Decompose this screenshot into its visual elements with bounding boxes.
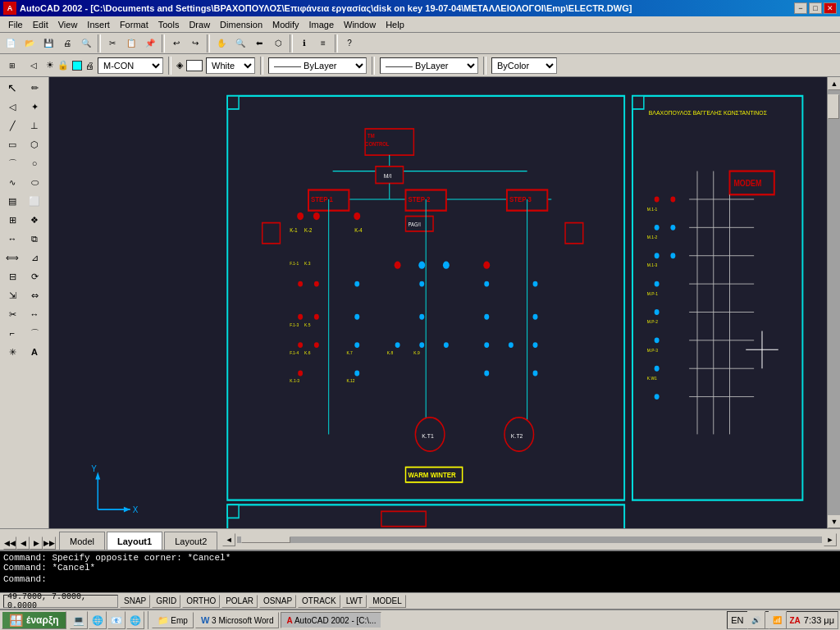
layer-prev-btn[interactable]: ◁: [25, 57, 43, 75]
pan-btn[interactable]: ✋: [212, 34, 231, 52]
close-button[interactable]: ✕: [824, 2, 837, 14]
new-btn[interactable]: 📄: [2, 34, 20, 52]
linetype1-dropdown[interactable]: ——— ByLayer: [268, 57, 367, 74]
circle-tool[interactable]: ○: [24, 154, 45, 172]
menu-dimension[interactable]: Dimension: [215, 18, 267, 31]
line-tool[interactable]: ╱: [2, 116, 23, 135]
explode-tool[interactable]: ✳: [2, 343, 23, 361]
redo-btn[interactable]: ↪: [186, 34, 204, 52]
spline-tool[interactable]: ∿: [2, 173, 23, 191]
tab-scroll-first[interactable]: ◀◀: [3, 536, 16, 550]
help-btn[interactable]: ?: [340, 34, 358, 52]
offset-tool[interactable]: ⊿: [24, 249, 45, 267]
polygon-tool[interactable]: ⬡: [24, 135, 45, 153]
zoom-ext-btn[interactable]: ⬡: [269, 34, 287, 52]
menu-image[interactable]: Image: [304, 18, 339, 31]
paste-btn[interactable]: 📌: [141, 34, 159, 52]
matchprop-btn[interactable]: ≡: [314, 34, 332, 52]
rotate-tool[interactable]: ⟳: [24, 267, 45, 285]
maximize-button[interactable]: □: [809, 2, 822, 14]
scroll-down-btn[interactable]: ▼: [828, 515, 840, 528]
rect-tool[interactable]: ▭: [2, 135, 23, 153]
menu-format[interactable]: Format: [115, 18, 153, 31]
h-scroll-left[interactable]: ◄: [222, 533, 235, 546]
h-scroll-thumb[interactable]: [241, 536, 290, 543]
polyline-tool[interactable]: ✏: [24, 79, 45, 97]
scale-tool[interactable]: ⇲: [2, 286, 23, 304]
layer-name-dropdown[interactable]: M-CON: [98, 57, 163, 74]
xline-tool[interactable]: ✦: [24, 98, 45, 116]
menu-view[interactable]: View: [53, 18, 83, 31]
cut-btn[interactable]: ✂: [103, 34, 121, 52]
open-btn[interactable]: 📂: [21, 34, 39, 52]
region-tool[interactable]: ⬜: [24, 192, 45, 210]
ortho-btn[interactable]: ORTHO: [182, 595, 220, 608]
otrack-btn[interactable]: OTRACK: [298, 595, 340, 608]
copy-btn[interactable]: 📋: [122, 34, 140, 52]
move-tool[interactable]: ↔: [2, 230, 23, 248]
tab-scroll-next[interactable]: ▶: [30, 536, 43, 550]
tab-scroll-prev[interactable]: ◀: [16, 536, 30, 550]
volume-icon[interactable]: 📶: [769, 611, 787, 629]
menu-tools[interactable]: Tools: [153, 18, 185, 31]
model-btn[interactable]: MODEL: [368, 595, 406, 608]
menu-modify[interactable]: Modify: [267, 18, 304, 31]
tab-layout1[interactable]: Layout1: [107, 532, 162, 550]
color-dropdown[interactable]: White: [206, 57, 255, 74]
taskbar-emp[interactable]: 📁 Emp: [152, 612, 194, 628]
quick-launch-3[interactable]: 📧: [107, 611, 126, 629]
lwt-btn[interactable]: LWT: [342, 595, 367, 608]
tab-layout2[interactable]: Layout2: [164, 532, 217, 550]
mirror-tool[interactable]: ⟺: [2, 249, 23, 267]
print-preview-btn[interactable]: 🔍: [77, 34, 95, 52]
arc-tool[interactable]: ⌒: [2, 154, 23, 172]
osnap-btn[interactable]: OSNAP: [259, 595, 296, 608]
tab-model[interactable]: Model: [59, 532, 105, 550]
quick-launch-2[interactable]: 🌐: [89, 611, 107, 629]
select-tool[interactable]: ↖: [2, 79, 23, 97]
zoom-btn[interactable]: 🔍: [231, 34, 249, 52]
taskbar-word[interactable]: W 3 Microsoft Word: [195, 612, 280, 628]
menu-insert[interactable]: Insert: [82, 18, 115, 31]
tab-scroll-last[interactable]: ▶▶: [43, 536, 56, 550]
command-input[interactable]: [48, 574, 837, 584]
zoom-prev-btn[interactable]: ⬅: [250, 34, 268, 52]
linecolor-dropdown[interactable]: ByColor: [491, 57, 557, 74]
copy-tool[interactable]: ⧉: [24, 230, 45, 248]
extend-tool[interactable]: ↔: [24, 305, 45, 323]
trim-tool[interactable]: ✂: [2, 305, 23, 323]
grid-btn[interactable]: GRID: [152, 595, 180, 608]
ellipse-tool[interactable]: ⬭: [24, 173, 45, 191]
chamfer-tool[interactable]: ⌐: [2, 324, 23, 342]
save-btn[interactable]: 💾: [39, 34, 57, 52]
menu-help[interactable]: Help: [381, 18, 409, 31]
quick-launch-1[interactable]: 💻: [70, 611, 88, 629]
print-btn[interactable]: 🖨: [58, 34, 76, 52]
properties-btn[interactable]: ℹ: [295, 34, 313, 52]
text-tool[interactable]: A: [24, 343, 45, 361]
stretch-tool[interactable]: ⇔: [24, 286, 45, 304]
menu-window[interactable]: Window: [339, 18, 381, 31]
taskbar-autocad[interactable]: A AutoCAD 2002 - [C:\...: [281, 612, 381, 628]
h-scroll-right[interactable]: ►: [824, 533, 837, 546]
layers-btn[interactable]: ⊞: [3, 57, 21, 75]
scroll-up-btn[interactable]: ▲: [828, 77, 840, 90]
drawing-canvas[interactable]: ΒΛΑΧΟΠΟΥΛΟΣ ΒΑΓΓΕΛΗΣ ΚΩΝΣΤΑΝΤΙΝΟΣ TM CON…: [49, 77, 827, 528]
menu-edit[interactable]: Edit: [28, 18, 53, 31]
ray-tool[interactable]: ⊥: [24, 116, 45, 135]
snap-btn[interactable]: SNAP: [120, 595, 150, 608]
block-tool[interactable]: ❖: [24, 211, 45, 229]
scroll-thumb[interactable]: [828, 94, 839, 119]
undo-btn[interactable]: ↩: [167, 34, 185, 52]
menu-draw[interactable]: Draw: [184, 18, 215, 31]
start-button[interactable]: 🪟 έναρξη: [2, 611, 66, 629]
network-icon[interactable]: 🔊: [747, 611, 765, 629]
polar-btn[interactable]: POLAR: [221, 595, 258, 608]
fillet-tool[interactable]: ⌒: [24, 324, 45, 342]
quick-launch-4[interactable]: 🌐: [126, 611, 144, 629]
menu-file[interactable]: File: [3, 18, 28, 31]
minimize-button[interactable]: −: [794, 2, 807, 14]
array-tool[interactable]: ⊟: [2, 267, 23, 285]
hatch-tool[interactable]: ▤: [2, 192, 23, 210]
linetype2-dropdown[interactable]: ——— ByLayer: [380, 57, 478, 74]
